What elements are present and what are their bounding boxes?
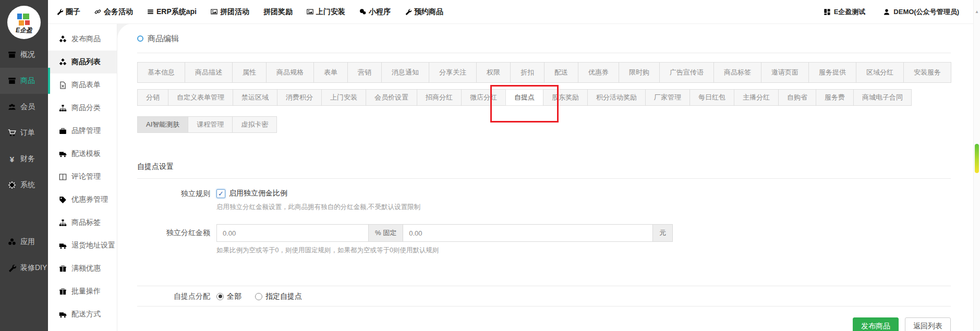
nav-item-group-activity[interactable]: 拼团活动	[211, 7, 249, 17]
section-title: 自提点设置	[137, 162, 951, 173]
tab-goods-tags[interactable]: 商品标签	[713, 62, 761, 83]
sidebar-item-decorate-diy[interactable]: 装修DIY	[0, 255, 48, 281]
tab-course-manage[interactable]: 课程管理	[188, 116, 233, 133]
tab-goods-description[interactable]: 商品描述	[185, 62, 233, 83]
tab-service-provide[interactable]: 服务提供	[808, 62, 856, 83]
menu-item-goods-tags[interactable]: 商品标签	[48, 211, 117, 234]
amount-input-group: % 固定 元	[216, 224, 673, 242]
tab-install-service[interactable]: 安装服务	[903, 62, 951, 83]
scrollbar-thumb[interactable]	[975, 144, 979, 173]
tab-points-activity-reward[interactable]: 积分活动奖励	[587, 89, 646, 106]
window-scrollbar[interactable]: ▲	[973, 0, 980, 331]
tab-merchant-dividend[interactable]: 招商分红	[417, 89, 462, 106]
menu-item-coupon-manage[interactable]: 优惠券管理	[48, 188, 117, 211]
sidebar-item-apps[interactable]: 应用	[0, 229, 48, 255]
publish-goods-button[interactable]: 发布商品	[853, 317, 899, 331]
percent-input[interactable]	[216, 224, 369, 242]
radio-all-pickup-points[interactable]: 全部	[216, 292, 241, 301]
tab-ad-slogan[interactable]: 广告宣传语	[659, 62, 714, 83]
tab-invite-page[interactable]: 邀请页面	[761, 62, 809, 83]
tab-shareholder-reward[interactable]: 股东奖励	[543, 89, 588, 106]
sidebar-item-system[interactable]: 系统	[0, 172, 48, 198]
form-divider	[137, 286, 951, 286]
nav-label: 上门安装	[316, 7, 345, 17]
tab-distribution[interactable]: 分销	[137, 89, 168, 106]
app-logo[interactable]: E企盈	[0, 0, 48, 42]
menu-item-delivery-method[interactable]: 配送方式	[48, 303, 117, 326]
menu-item-publish-goods[interactable]: 发布商品	[48, 28, 117, 51]
radio-specified-pickup-points[interactable]: 指定自提点	[255, 292, 302, 301]
menu-item-return-address[interactable]: 退货地址设置	[48, 234, 117, 257]
menu-label: 商品表单	[71, 80, 101, 90]
tab-delivery[interactable]: 配送	[544, 62, 578, 83]
tab-factory-manage[interactable]: 厂家管理	[645, 89, 690, 106]
user-menu[interactable]: DEMO(公众号管理员)	[883, 7, 959, 17]
shop-switcher[interactable]: E企盈测试	[824, 7, 866, 17]
menu-label: 商品分类	[71, 103, 101, 113]
menu-item-brand-manage[interactable]: 品牌管理	[48, 119, 117, 142]
user-icon	[883, 8, 890, 16]
truck-icon	[59, 311, 67, 318]
nav-item-group-reward[interactable]: 拼团奖励	[263, 7, 293, 17]
sidebar-item-finance[interactable]: ¥ 财务	[0, 146, 48, 172]
tab-ai-skin-test[interactable]: AI智能测肤	[137, 116, 188, 133]
wrench-icon	[405, 8, 412, 15]
tab-attributes[interactable]: 属性	[232, 62, 267, 83]
tab-self-purchase-save[interactable]: 自购省	[778, 89, 816, 106]
logo-text: E企盈	[16, 27, 32, 33]
tab-goods-spec[interactable]: 商品规格	[266, 62, 314, 83]
tab-basic-info[interactable]: 基本信息	[137, 62, 185, 83]
scroll-up-arrow-icon[interactable]: ▲	[974, 9, 980, 14]
nav-item-conference[interactable]: 会务活动	[94, 7, 133, 17]
tab-discount[interactable]: 折扣	[510, 62, 545, 83]
nav-item-door-install[interactable]: 上门安装	[307, 7, 345, 17]
tab-daily-redpacket[interactable]: 每日红包	[689, 89, 734, 106]
truck-icon	[59, 242, 67, 250]
columns-icon	[59, 173, 67, 181]
tab-marketing[interactable]: 营销	[347, 62, 382, 83]
tab-door-install[interactable]: 上门安装	[321, 89, 366, 106]
sidebar-item-members[interactable]: 会员	[0, 94, 48, 120]
percent-fixed-addon: % 固定	[368, 224, 403, 242]
menu-item-goods-list[interactable]: 商品列表	[48, 51, 117, 73]
tab-permissions[interactable]: 权限	[476, 62, 511, 83]
sidebar-item-orders[interactable]: 订单	[0, 120, 48, 146]
top-navigation: 圈子 会务活动 ERP系统api 拼团活动 拼团奖励 上门安装 小程序 预约商品	[48, 7, 443, 17]
topbar-account-area: E企盈测试 DEMO(公众号管理员)	[824, 7, 974, 17]
fixed-amount-input[interactable]	[403, 224, 653, 242]
back-to-list-button[interactable]: 返回列表	[905, 317, 951, 331]
tab-member-price[interactable]: 会员价设置	[366, 89, 417, 106]
tab-consume-points[interactable]: 消费积分	[277, 89, 322, 106]
menu-item-full-discount[interactable]: 满额优惠	[48, 257, 117, 280]
nav-item-circle[interactable]: 圈子	[56, 7, 80, 17]
tab-region-dividend[interactable]: 区域分红	[856, 62, 904, 83]
sidebar-item-overview[interactable]: 概况	[0, 42, 48, 68]
menu-item-goods-form[interactable]: 商品表单	[48, 73, 117, 96]
tab-coupon[interactable]: 优惠券	[578, 62, 619, 83]
grid-icon	[824, 8, 831, 16]
nav-item-booking-goods[interactable]: 预约商品	[405, 7, 443, 17]
menu-item-comment-manage[interactable]: 评论管理	[48, 165, 117, 188]
menu-item-batch-operation[interactable]: 批量操作	[48, 280, 117, 303]
tab-custom-form-manage[interactable]: 自定义表单管理	[168, 89, 233, 106]
tab-service-fee[interactable]: 服务费	[816, 89, 854, 106]
tab-pickup-point[interactable]: 自提点	[505, 89, 543, 106]
tab-flash-sale[interactable]: 限时购	[619, 62, 660, 83]
menu-item-delivery-template[interactable]: 配送模板	[48, 142, 117, 165]
sidebar-item-goods[interactable]: 商品	[0, 68, 48, 94]
tab-banned-region[interactable]: 禁运区域	[233, 89, 277, 106]
tab-form[interactable]: 表单	[313, 62, 348, 83]
enable-commission-checkbox[interactable]: ✓	[216, 189, 225, 198]
check-icon: ✓	[218, 190, 224, 197]
tab-share-follow[interactable]: 分享关注	[429, 62, 477, 83]
tab-virtual-card[interactable]: 虚拟卡密	[232, 116, 277, 133]
nav-item-mini-program[interactable]: 小程序	[359, 7, 391, 17]
nav-item-erp-api[interactable]: ERP系统api	[147, 7, 197, 17]
tab-anchor-dividend[interactable]: 主播分红	[734, 89, 779, 106]
tab-message-notify[interactable]: 消息通知	[381, 62, 429, 83]
tab-microshop-dividend[interactable]: 微店分红	[461, 89, 506, 106]
sidebar-item-label: 会员	[20, 102, 35, 112]
tab-mall-econtract[interactable]: 商城电子合同	[853, 89, 912, 106]
menu-item-goods-category[interactable]: 商品分类	[48, 96, 117, 119]
logo-circle: E企盈	[7, 6, 41, 39]
